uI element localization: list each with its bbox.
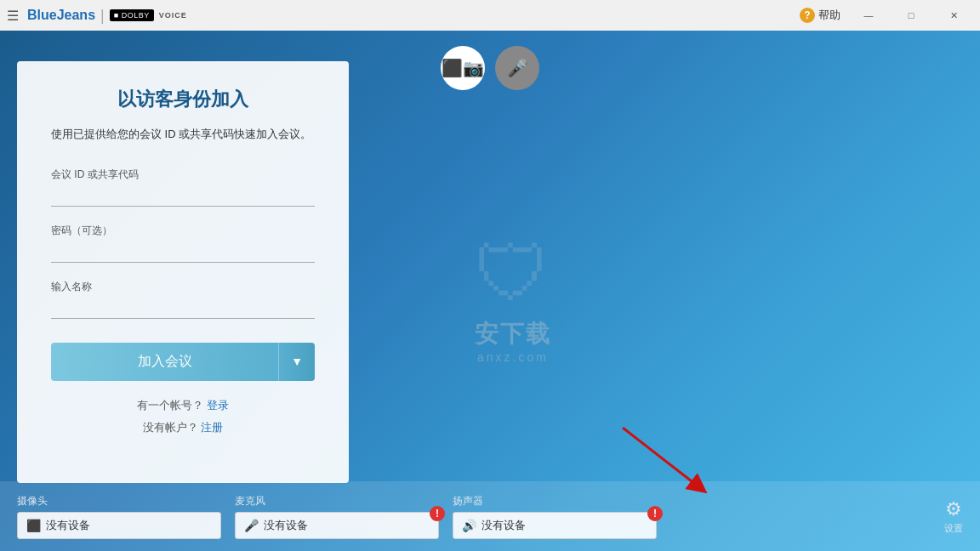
meeting-id-group: 会议 ID 或共享代码: [51, 168, 315, 207]
mic-section: 麦克风 🎤 没有设备 !: [235, 494, 439, 539]
left-panel: 以访客身份加入 使用已提供给您的会议 ID 或共享代码快速加入会议。 会议 ID…: [17, 61, 349, 483]
settings-button[interactable]: ⚙ 设置: [944, 498, 963, 535]
camera-section: 摄像头 ⬛ 没有设备: [17, 494, 221, 539]
bottom-bar: 摄像头 ⬛ 没有设备 麦克风 🎤 没有设备 ! 扬声器 🔊 没有设备 !: [0, 481, 980, 551]
settings-label: 设置: [944, 522, 963, 535]
have-account-text: 有一个帐号？: [137, 399, 203, 412]
titlebar: ☰ BlueJeans | ■ DOLBY VOICE ? 帮助 — □ ✕: [0, 0, 980, 31]
watermark: 🛡 安下载 anxz.com: [475, 230, 551, 364]
watermark-sub: anxz.com: [475, 350, 551, 364]
password-input[interactable]: [51, 241, 315, 263]
close-button[interactable]: ✕: [934, 0, 973, 31]
dolby-voice-text: VOICE: [159, 11, 187, 20]
password-group: 密码（可选）: [51, 224, 315, 263]
speaker-device-name: 没有设备: [481, 518, 526, 533]
password-label: 密码（可选）: [51, 224, 315, 238]
mic-icon: 🎤: [507, 58, 528, 78]
settings-icon: ⚙: [945, 498, 962, 520]
meeting-id-label: 会议 ID 或共享代码: [51, 168, 315, 182]
svg-line-0: [623, 428, 699, 487]
camera-icon: ⬛📷: [442, 58, 484, 78]
media-controls: ⬛📷 🎤: [441, 46, 539, 90]
titlebar-right: ? 帮助 — □ ✕: [795, 0, 973, 31]
speaker-section: 扬声器 🔊 没有设备 !: [453, 494, 657, 539]
speaker-device-icon: 🔊: [462, 519, 476, 532]
panel-desc: 使用已提供给您的会议 ID 或共享代码快速加入会议。: [51, 126, 315, 144]
restore-button[interactable]: □: [892, 0, 931, 31]
panel-title: 以访客身份加入: [51, 87, 315, 112]
speaker-error-badge: !: [647, 506, 663, 521]
hamburger-icon[interactable]: ☰: [7, 8, 19, 24]
login-row: 有一个帐号？ 登录: [51, 398, 315, 413]
minimize-button[interactable]: —: [849, 0, 888, 31]
login-link[interactable]: 登录: [207, 399, 229, 412]
mic-label: 麦克风: [235, 494, 439, 508]
register-row: 没有帐户？ 注册: [51, 420, 315, 435]
mic-button[interactable]: 🎤: [495, 46, 539, 90]
speaker-select[interactable]: 🔊 没有设备 !: [453, 512, 657, 539]
btn-row: 加入会议 ▼: [51, 343, 315, 381]
links: 有一个帐号？ 登录 没有帐户？ 注册: [51, 398, 315, 435]
name-input[interactable]: [51, 298, 315, 319]
help-text: 帮助: [818, 8, 840, 23]
titlebar-left: ☰ BlueJeans | ■ DOLBY VOICE: [7, 7, 187, 25]
brand-name: BlueJeans: [27, 8, 95, 23]
camera-button[interactable]: ⬛📷: [441, 46, 485, 90]
separator: |: [100, 7, 105, 25]
mic-error-badge: !: [430, 506, 445, 521]
mic-device-name: 没有设备: [264, 518, 308, 533]
watermark-text: 安下载: [475, 318, 551, 350]
dropdown-icon: ▼: [291, 355, 303, 368]
meeting-id-input[interactable]: [51, 185, 315, 207]
join-button[interactable]: 加入会议: [51, 343, 278, 381]
name-label: 输入名称: [51, 280, 315, 294]
camera-label: 摄像头: [17, 494, 221, 508]
brand-logo: BlueJeans | ■ DOLBY VOICE: [27, 7, 187, 25]
camera-select[interactable]: ⬛ 没有设备: [17, 512, 221, 539]
camera-device-icon: ⬛: [26, 519, 41, 532]
speaker-label: 扬声器: [453, 494, 657, 508]
join-dropdown-button[interactable]: ▼: [278, 343, 315, 381]
register-link[interactable]: 注册: [201, 421, 223, 434]
mic-device-icon: 🎤: [244, 519, 259, 532]
no-account-text: 没有帐户？: [143, 421, 198, 434]
dolby-badge: ■ DOLBY: [110, 9, 154, 21]
mic-select[interactable]: 🎤 没有设备 !: [235, 512, 439, 539]
help-icon: ?: [800, 8, 815, 23]
main-content: ⬛📷 🎤 🛡 安下载 anxz.com 以访客身份加入 使用已提供给您的会议 I…: [0, 31, 980, 551]
name-group: 输入名称: [51, 280, 315, 319]
camera-device-name: 没有设备: [46, 518, 90, 533]
help-button[interactable]: ? 帮助: [795, 6, 846, 25]
